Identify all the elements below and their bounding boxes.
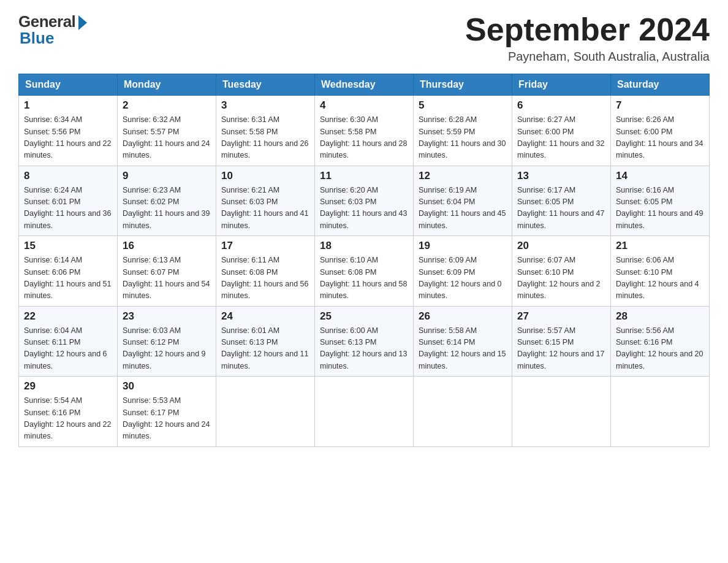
day-info: Sunrise: 6:13 AMSunset: 6:07 PMDaylight:…	[123, 255, 211, 302]
day-info: Sunrise: 5:57 AMSunset: 6:15 PMDaylight:…	[517, 325, 605, 373]
day-info: Sunrise: 6:23 AMSunset: 6:02 PMDaylight:…	[123, 185, 211, 232]
calendar-cell: 7Sunrise: 6:26 AMSunset: 6:00 PMDaylight…	[611, 96, 710, 166]
day-number: 28	[616, 310, 704, 323]
day-number: 7	[616, 99, 704, 112]
column-header-sunday: Sunday	[19, 74, 118, 96]
day-info: Sunrise: 5:54 AMSunset: 6:16 PMDaylight:…	[24, 395, 112, 443]
calendar-week-row: 15Sunrise: 6:14 AMSunset: 6:06 PMDayligh…	[19, 236, 710, 307]
day-number: 14	[616, 170, 704, 182]
day-info: Sunrise: 6:06 AMSunset: 6:10 PMDaylight:…	[616, 255, 704, 302]
day-info: Sunrise: 6:17 AMSunset: 6:05 PMDaylight:…	[517, 185, 605, 232]
day-info: Sunrise: 6:11 AMSunset: 6:08 PMDaylight:…	[221, 255, 309, 302]
day-number: 9	[123, 170, 211, 182]
calendar-cell: 27Sunrise: 5:57 AMSunset: 6:15 PMDayligh…	[512, 306, 611, 377]
day-info: Sunrise: 6:04 AMSunset: 6:11 PMDaylight:…	[24, 325, 112, 373]
calendar-cell: 1Sunrise: 6:34 AMSunset: 5:56 PMDaylight…	[19, 96, 118, 166]
day-info: Sunrise: 6:10 AMSunset: 6:08 PMDaylight:…	[320, 255, 408, 302]
calendar-cell: 22Sunrise: 6:04 AMSunset: 6:11 PMDayligh…	[19, 306, 118, 377]
day-info: Sunrise: 6:00 AMSunset: 6:13 PMDaylight:…	[320, 325, 408, 373]
day-number: 10	[221, 170, 309, 182]
calendar-cell: 30Sunrise: 5:53 AMSunset: 6:17 PMDayligh…	[118, 377, 216, 447]
calendar-cell: 18Sunrise: 6:10 AMSunset: 6:08 PMDayligh…	[315, 236, 414, 307]
day-number: 29	[24, 380, 112, 393]
calendar-cell: 26Sunrise: 5:58 AMSunset: 6:14 PMDayligh…	[414, 306, 512, 377]
calendar-cell: 16Sunrise: 6:13 AMSunset: 6:07 PMDayligh…	[118, 236, 216, 307]
day-number: 16	[123, 240, 211, 252]
day-number: 8	[24, 170, 112, 182]
page-header: General Blue September 2024 Payneham, So…	[18, 12, 710, 64]
logo: General Blue	[18, 12, 87, 48]
month-title: September 2024	[465, 12, 710, 47]
day-info: Sunrise: 6:01 AMSunset: 6:13 PMDaylight:…	[221, 325, 309, 373]
calendar-week-row: 8Sunrise: 6:24 AMSunset: 6:01 PMDaylight…	[19, 166, 710, 236]
day-number: 4	[320, 99, 408, 112]
calendar-cell: 17Sunrise: 6:11 AMSunset: 6:08 PMDayligh…	[216, 236, 315, 307]
calendar-cell: 5Sunrise: 6:28 AMSunset: 5:59 PMDaylight…	[414, 96, 512, 166]
calendar-cell: 8Sunrise: 6:24 AMSunset: 6:01 PMDaylight…	[19, 166, 118, 236]
calendar-cell: 19Sunrise: 6:09 AMSunset: 6:09 PMDayligh…	[414, 236, 512, 307]
calendar-week-row: 22Sunrise: 6:04 AMSunset: 6:11 PMDayligh…	[19, 306, 710, 377]
day-number: 6	[517, 99, 605, 112]
day-number: 19	[419, 240, 507, 252]
day-number: 26	[419, 310, 507, 323]
column-header-wednesday: Wednesday	[315, 74, 414, 96]
day-number: 3	[221, 99, 309, 112]
day-number: 12	[419, 170, 507, 182]
calendar-cell: 24Sunrise: 6:01 AMSunset: 6:13 PMDayligh…	[216, 306, 315, 377]
calendar-table: SundayMondayTuesdayWednesdayThursdayFrid…	[18, 74, 710, 447]
day-info: Sunrise: 6:16 AMSunset: 6:05 PMDaylight:…	[616, 185, 704, 232]
logo-arrow-icon	[78, 15, 87, 30]
day-info: Sunrise: 6:07 AMSunset: 6:10 PMDaylight:…	[517, 255, 605, 302]
day-number: 20	[517, 240, 605, 252]
day-number: 18	[320, 240, 408, 252]
day-number: 15	[24, 240, 112, 252]
day-info: Sunrise: 6:21 AMSunset: 6:03 PMDaylight:…	[221, 185, 309, 232]
location-text: Payneham, South Australia, Australia	[465, 50, 710, 64]
day-number: 5	[419, 99, 507, 112]
column-header-monday: Monday	[118, 74, 216, 96]
day-info: Sunrise: 5:56 AMSunset: 6:16 PMDaylight:…	[616, 325, 704, 373]
day-number: 1	[24, 99, 112, 112]
day-number: 23	[123, 310, 211, 323]
day-info: Sunrise: 5:58 AMSunset: 6:14 PMDaylight:…	[419, 325, 507, 373]
day-info: Sunrise: 6:34 AMSunset: 5:56 PMDaylight:…	[24, 114, 112, 162]
calendar-cell	[611, 377, 710, 447]
day-number: 30	[123, 380, 211, 393]
day-number: 21	[616, 240, 704, 252]
day-info: Sunrise: 6:24 AMSunset: 6:01 PMDaylight:…	[24, 185, 112, 232]
calendar-cell: 3Sunrise: 6:31 AMSunset: 5:58 PMDaylight…	[216, 96, 315, 166]
calendar-cell: 20Sunrise: 6:07 AMSunset: 6:10 PMDayligh…	[512, 236, 611, 307]
column-header-thursday: Thursday	[414, 74, 512, 96]
calendar-header-row: SundayMondayTuesdayWednesdayThursdayFrid…	[19, 74, 710, 96]
day-info: Sunrise: 6:14 AMSunset: 6:06 PMDaylight:…	[24, 255, 112, 302]
column-header-saturday: Saturday	[611, 74, 710, 96]
calendar-cell: 13Sunrise: 6:17 AMSunset: 6:05 PMDayligh…	[512, 166, 611, 236]
day-number: 27	[517, 310, 605, 323]
calendar-cell: 21Sunrise: 6:06 AMSunset: 6:10 PMDayligh…	[611, 236, 710, 307]
calendar-cell	[414, 377, 512, 447]
calendar-week-row: 29Sunrise: 5:54 AMSunset: 6:16 PMDayligh…	[19, 377, 710, 447]
day-info: Sunrise: 6:26 AMSunset: 6:00 PMDaylight:…	[616, 114, 704, 162]
calendar-cell: 29Sunrise: 5:54 AMSunset: 6:16 PMDayligh…	[19, 377, 118, 447]
calendar-cell: 6Sunrise: 6:27 AMSunset: 6:00 PMDaylight…	[512, 96, 611, 166]
calendar-cell: 2Sunrise: 6:32 AMSunset: 5:57 PMDaylight…	[118, 96, 216, 166]
day-info: Sunrise: 6:27 AMSunset: 6:00 PMDaylight:…	[517, 114, 605, 162]
calendar-cell: 14Sunrise: 6:16 AMSunset: 6:05 PMDayligh…	[611, 166, 710, 236]
calendar-week-row: 1Sunrise: 6:34 AMSunset: 5:56 PMDaylight…	[19, 96, 710, 166]
day-info: Sunrise: 5:53 AMSunset: 6:17 PMDaylight:…	[123, 395, 211, 443]
column-header-friday: Friday	[512, 74, 611, 96]
day-info: Sunrise: 6:31 AMSunset: 5:58 PMDaylight:…	[221, 114, 309, 162]
calendar-cell: 9Sunrise: 6:23 AMSunset: 6:02 PMDaylight…	[118, 166, 216, 236]
day-number: 2	[123, 99, 211, 112]
day-info: Sunrise: 6:28 AMSunset: 5:59 PMDaylight:…	[419, 114, 507, 162]
calendar-cell: 12Sunrise: 6:19 AMSunset: 6:04 PMDayligh…	[414, 166, 512, 236]
day-number: 13	[517, 170, 605, 182]
calendar-cell: 28Sunrise: 5:56 AMSunset: 6:16 PMDayligh…	[611, 306, 710, 377]
day-number: 25	[320, 310, 408, 323]
day-info: Sunrise: 6:03 AMSunset: 6:12 PMDaylight:…	[123, 325, 211, 373]
column-header-tuesday: Tuesday	[216, 74, 315, 96]
logo-blue-text: Blue	[18, 29, 54, 48]
day-info: Sunrise: 6:32 AMSunset: 5:57 PMDaylight:…	[123, 114, 211, 162]
calendar-cell: 15Sunrise: 6:14 AMSunset: 6:06 PMDayligh…	[19, 236, 118, 307]
calendar-cell	[315, 377, 414, 447]
